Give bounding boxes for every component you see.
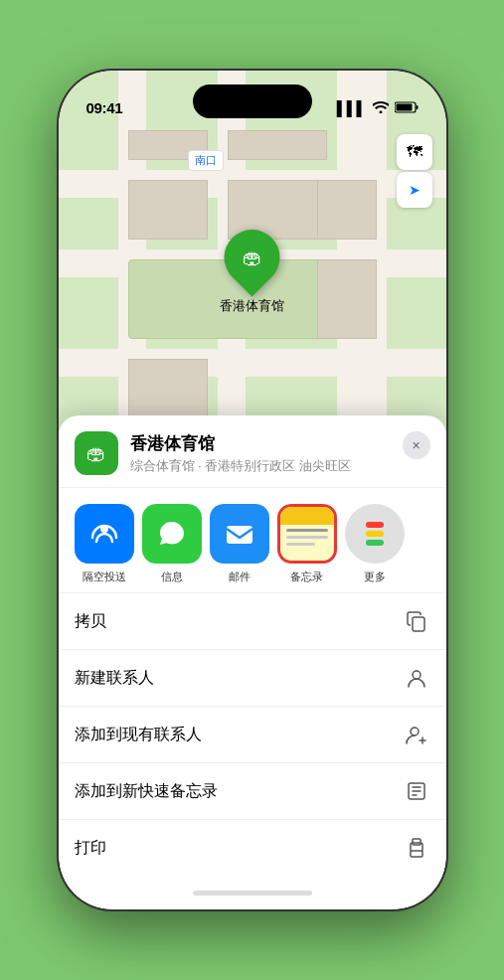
map-pin: 🏟 香港体育馆 [220, 230, 284, 315]
svg-rect-9 [411, 851, 422, 857]
airdrop-icon [75, 504, 134, 564]
dot-yellow [366, 531, 384, 537]
dynamic-island [193, 84, 312, 118]
venue-info: 香港体育馆 综合体育馆 · 香港特别行政区 油尖旺区 [130, 432, 430, 475]
location-button[interactable]: ➤ [397, 172, 432, 208]
map-type-button[interactable]: 🗺 [397, 134, 432, 170]
mail-icon [210, 504, 269, 564]
copy-label: 拷贝 [75, 611, 106, 632]
share-item-more[interactable]: 更多 [345, 504, 405, 584]
action-new-contact[interactable]: 新建联系人 [59, 650, 446, 707]
share-item-airdrop[interactable]: 隔空投送 [75, 504, 134, 584]
phone-screen: 09:41 ▌▌▌ [59, 71, 446, 909]
home-indicator [59, 876, 446, 909]
signal-icon: ▌▌▌ [337, 100, 367, 116]
add-contact-icon [403, 721, 430, 748]
action-list: 拷贝 新建联系人 [59, 593, 446, 876]
status-time: 09:41 [86, 99, 123, 116]
print-label: 打印 [75, 838, 106, 859]
svg-rect-4 [227, 526, 252, 544]
venue-pin-icon: 🏟 [243, 246, 262, 269]
map-controls: 🗺 ➤ [397, 134, 432, 208]
pin-icon: 🏟 [213, 218, 291, 296]
message-icon [142, 504, 202, 564]
bottom-sheet: 🏟 香港体育馆 综合体育馆 · 香港特别行政区 油尖旺区 × [59, 415, 446, 909]
venue-name: 香港体育馆 [130, 432, 430, 455]
map-label: 南口 [188, 150, 224, 171]
svg-rect-2 [416, 105, 418, 109]
location-icon: ➤ [409, 182, 420, 198]
share-row: 隔空投送 信息 [59, 488, 446, 593]
more-label: 更多 [364, 570, 386, 584]
add-contact-label: 添加到现有联系人 [75, 725, 202, 745]
sheet-header: 🏟 香港体育馆 综合体育馆 · 香港特别行政区 油尖旺区 × [59, 415, 446, 488]
svg-rect-5 [413, 617, 424, 631]
svg-point-6 [413, 671, 420, 679]
wifi-icon [373, 100, 389, 116]
print-icon [403, 834, 430, 862]
add-note-icon [403, 777, 430, 805]
pin-label: 香港体育馆 [220, 297, 284, 315]
dot-red [366, 522, 384, 528]
new-contact-label: 新建联系人 [75, 668, 154, 689]
notes-label: 备忘录 [290, 570, 323, 584]
svg-rect-1 [396, 104, 412, 111]
action-add-contact[interactable]: 添加到现有联系人 [59, 707, 446, 763]
map-icon: 🗺 [407, 143, 422, 161]
battery-icon [395, 100, 419, 116]
action-print[interactable]: 打印 [59, 820, 446, 876]
more-icon [345, 504, 405, 564]
add-note-label: 添加到新快速备忘录 [75, 781, 218, 802]
mail-label: 邮件 [229, 570, 251, 584]
share-item-mail[interactable]: 邮件 [210, 504, 269, 584]
new-contact-icon [403, 664, 430, 692]
more-dots [366, 522, 384, 546]
close-button[interactable]: × [403, 431, 430, 459]
share-item-message[interactable]: 信息 [142, 504, 202, 584]
notes-icon [277, 504, 337, 564]
home-bar [193, 891, 312, 896]
action-add-note[interactable]: 添加到新快速备忘录 [59, 763, 446, 820]
dot-green [366, 540, 384, 546]
status-icons: ▌▌▌ [337, 100, 419, 116]
copy-icon [403, 607, 430, 635]
action-copy[interactable]: 拷贝 [59, 593, 446, 650]
share-item-notes[interactable]: 备忘录 [277, 504, 337, 584]
svg-point-7 [411, 728, 419, 735]
airdrop-label: 隔空投送 [83, 570, 126, 584]
venue-icon: 🏟 [75, 431, 118, 475]
message-label: 信息 [161, 570, 183, 584]
venue-desc: 综合体育馆 · 香港特别行政区 油尖旺区 [130, 457, 430, 475]
close-icon: × [412, 437, 420, 453]
svg-rect-10 [413, 839, 420, 845]
phone-frame: 09:41 ▌▌▌ [59, 71, 446, 909]
